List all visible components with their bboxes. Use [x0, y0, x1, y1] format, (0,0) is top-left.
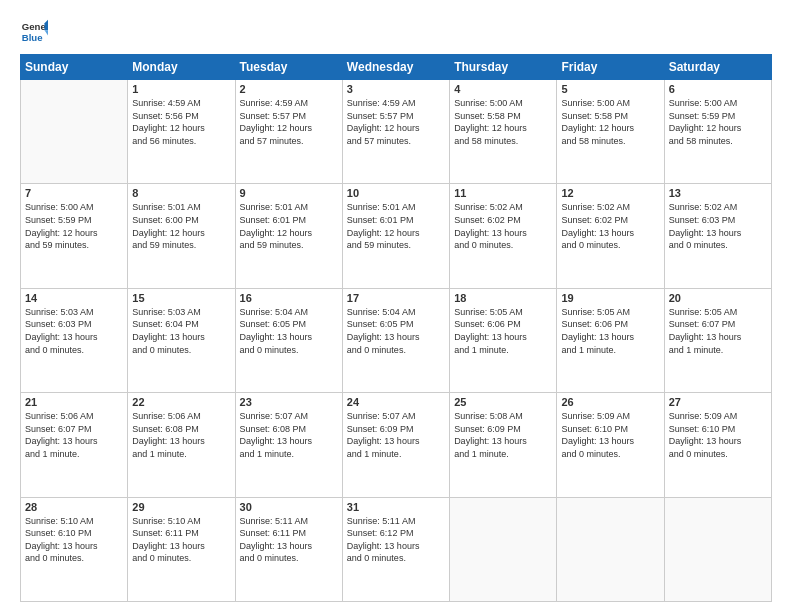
- day-info: Sunrise: 5:01 AM Sunset: 6:01 PM Dayligh…: [240, 201, 338, 251]
- day-info: Sunrise: 5:03 AM Sunset: 6:03 PM Dayligh…: [25, 306, 123, 356]
- calendar-week-1: 1Sunrise: 4:59 AM Sunset: 5:56 PM Daylig…: [21, 80, 772, 184]
- day-info: Sunrise: 5:06 AM Sunset: 6:07 PM Dayligh…: [25, 410, 123, 460]
- day-number: 13: [669, 187, 767, 199]
- calendar-cell: 6Sunrise: 5:00 AM Sunset: 5:59 PM Daylig…: [664, 80, 771, 184]
- calendar-cell: 19Sunrise: 5:05 AM Sunset: 6:06 PM Dayli…: [557, 288, 664, 392]
- day-info: Sunrise: 5:05 AM Sunset: 6:07 PM Dayligh…: [669, 306, 767, 356]
- day-info: Sunrise: 5:03 AM Sunset: 6:04 PM Dayligh…: [132, 306, 230, 356]
- day-number: 25: [454, 396, 552, 408]
- calendar-page: General Blue SundayMondayTuesdayWednesda…: [0, 0, 792, 612]
- calendar-cell: 3Sunrise: 4:59 AM Sunset: 5:57 PM Daylig…: [342, 80, 449, 184]
- day-number: 2: [240, 83, 338, 95]
- day-info: Sunrise: 5:06 AM Sunset: 6:08 PM Dayligh…: [132, 410, 230, 460]
- logo: General Blue: [20, 18, 52, 46]
- calendar-cell: 18Sunrise: 5:05 AM Sunset: 6:06 PM Dayli…: [450, 288, 557, 392]
- day-info: Sunrise: 5:01 AM Sunset: 6:00 PM Dayligh…: [132, 201, 230, 251]
- logo-icon: General Blue: [20, 18, 48, 46]
- calendar-cell: 10Sunrise: 5:01 AM Sunset: 6:01 PM Dayli…: [342, 184, 449, 288]
- calendar-cell: 5Sunrise: 5:00 AM Sunset: 5:58 PM Daylig…: [557, 80, 664, 184]
- svg-marker-3: [45, 30, 49, 35]
- calendar-cell: 12Sunrise: 5:02 AM Sunset: 6:02 PM Dayli…: [557, 184, 664, 288]
- day-info: Sunrise: 4:59 AM Sunset: 5:56 PM Dayligh…: [132, 97, 230, 147]
- weekday-header-wednesday: Wednesday: [342, 55, 449, 80]
- day-number: 14: [25, 292, 123, 304]
- day-number: 27: [669, 396, 767, 408]
- day-number: 12: [561, 187, 659, 199]
- calendar-cell: 24Sunrise: 5:07 AM Sunset: 6:09 PM Dayli…: [342, 393, 449, 497]
- weekday-header-tuesday: Tuesday: [235, 55, 342, 80]
- calendar-cell: 15Sunrise: 5:03 AM Sunset: 6:04 PM Dayli…: [128, 288, 235, 392]
- day-info: Sunrise: 5:11 AM Sunset: 6:11 PM Dayligh…: [240, 515, 338, 565]
- day-number: 20: [669, 292, 767, 304]
- day-number: 28: [25, 501, 123, 513]
- day-info: Sunrise: 5:04 AM Sunset: 6:05 PM Dayligh…: [347, 306, 445, 356]
- calendar-cell: 26Sunrise: 5:09 AM Sunset: 6:10 PM Dayli…: [557, 393, 664, 497]
- calendar-cell: [557, 497, 664, 601]
- day-info: Sunrise: 5:00 AM Sunset: 5:58 PM Dayligh…: [454, 97, 552, 147]
- calendar-cell: 11Sunrise: 5:02 AM Sunset: 6:02 PM Dayli…: [450, 184, 557, 288]
- day-number: 31: [347, 501, 445, 513]
- day-info: Sunrise: 5:00 AM Sunset: 5:58 PM Dayligh…: [561, 97, 659, 147]
- calendar-cell: 22Sunrise: 5:06 AM Sunset: 6:08 PM Dayli…: [128, 393, 235, 497]
- calendar-cell: [664, 497, 771, 601]
- calendar-cell: 17Sunrise: 5:04 AM Sunset: 6:05 PM Dayli…: [342, 288, 449, 392]
- day-number: 10: [347, 187, 445, 199]
- day-info: Sunrise: 5:01 AM Sunset: 6:01 PM Dayligh…: [347, 201, 445, 251]
- calendar-cell: 23Sunrise: 5:07 AM Sunset: 6:08 PM Dayli…: [235, 393, 342, 497]
- day-number: 24: [347, 396, 445, 408]
- svg-text:Blue: Blue: [22, 32, 43, 43]
- day-info: Sunrise: 5:00 AM Sunset: 5:59 PM Dayligh…: [669, 97, 767, 147]
- day-info: Sunrise: 5:11 AM Sunset: 6:12 PM Dayligh…: [347, 515, 445, 565]
- day-number: 8: [132, 187, 230, 199]
- calendar-cell: 31Sunrise: 5:11 AM Sunset: 6:12 PM Dayli…: [342, 497, 449, 601]
- day-info: Sunrise: 5:07 AM Sunset: 6:08 PM Dayligh…: [240, 410, 338, 460]
- day-number: 16: [240, 292, 338, 304]
- day-info: Sunrise: 5:05 AM Sunset: 6:06 PM Dayligh…: [561, 306, 659, 356]
- day-number: 22: [132, 396, 230, 408]
- day-number: 21: [25, 396, 123, 408]
- day-info: Sunrise: 5:07 AM Sunset: 6:09 PM Dayligh…: [347, 410, 445, 460]
- calendar-week-5: 28Sunrise: 5:10 AM Sunset: 6:10 PM Dayli…: [21, 497, 772, 601]
- day-info: Sunrise: 4:59 AM Sunset: 5:57 PM Dayligh…: [347, 97, 445, 147]
- calendar-cell: 14Sunrise: 5:03 AM Sunset: 6:03 PM Dayli…: [21, 288, 128, 392]
- calendar-table: SundayMondayTuesdayWednesdayThursdayFrid…: [20, 54, 772, 602]
- weekday-header-friday: Friday: [557, 55, 664, 80]
- calendar-week-2: 7Sunrise: 5:00 AM Sunset: 5:59 PM Daylig…: [21, 184, 772, 288]
- day-number: 9: [240, 187, 338, 199]
- calendar-cell: 1Sunrise: 4:59 AM Sunset: 5:56 PM Daylig…: [128, 80, 235, 184]
- day-number: 18: [454, 292, 552, 304]
- calendar-cell: [21, 80, 128, 184]
- calendar-cell: 21Sunrise: 5:06 AM Sunset: 6:07 PM Dayli…: [21, 393, 128, 497]
- day-info: Sunrise: 5:08 AM Sunset: 6:09 PM Dayligh…: [454, 410, 552, 460]
- day-info: Sunrise: 5:10 AM Sunset: 6:11 PM Dayligh…: [132, 515, 230, 565]
- day-number: 29: [132, 501, 230, 513]
- calendar-cell: 29Sunrise: 5:10 AM Sunset: 6:11 PM Dayli…: [128, 497, 235, 601]
- calendar-cell: 8Sunrise: 5:01 AM Sunset: 6:00 PM Daylig…: [128, 184, 235, 288]
- day-info: Sunrise: 5:10 AM Sunset: 6:10 PM Dayligh…: [25, 515, 123, 565]
- day-info: Sunrise: 4:59 AM Sunset: 5:57 PM Dayligh…: [240, 97, 338, 147]
- calendar-cell: 28Sunrise: 5:10 AM Sunset: 6:10 PM Dayli…: [21, 497, 128, 601]
- day-info: Sunrise: 5:05 AM Sunset: 6:06 PM Dayligh…: [454, 306, 552, 356]
- day-info: Sunrise: 5:02 AM Sunset: 6:02 PM Dayligh…: [561, 201, 659, 251]
- weekday-header-sunday: Sunday: [21, 55, 128, 80]
- calendar-cell: [450, 497, 557, 601]
- day-number: 23: [240, 396, 338, 408]
- calendar-cell: 2Sunrise: 4:59 AM Sunset: 5:57 PM Daylig…: [235, 80, 342, 184]
- day-number: 17: [347, 292, 445, 304]
- calendar-cell: 27Sunrise: 5:09 AM Sunset: 6:10 PM Dayli…: [664, 393, 771, 497]
- day-info: Sunrise: 5:04 AM Sunset: 6:05 PM Dayligh…: [240, 306, 338, 356]
- weekday-header-thursday: Thursday: [450, 55, 557, 80]
- day-number: 30: [240, 501, 338, 513]
- day-info: Sunrise: 5:02 AM Sunset: 6:03 PM Dayligh…: [669, 201, 767, 251]
- day-number: 7: [25, 187, 123, 199]
- calendar-week-3: 14Sunrise: 5:03 AM Sunset: 6:03 PM Dayli…: [21, 288, 772, 392]
- calendar-week-4: 21Sunrise: 5:06 AM Sunset: 6:07 PM Dayli…: [21, 393, 772, 497]
- day-number: 4: [454, 83, 552, 95]
- day-info: Sunrise: 5:09 AM Sunset: 6:10 PM Dayligh…: [669, 410, 767, 460]
- day-info: Sunrise: 5:09 AM Sunset: 6:10 PM Dayligh…: [561, 410, 659, 460]
- calendar-cell: 9Sunrise: 5:01 AM Sunset: 6:01 PM Daylig…: [235, 184, 342, 288]
- day-number: 5: [561, 83, 659, 95]
- calendar-cell: 7Sunrise: 5:00 AM Sunset: 5:59 PM Daylig…: [21, 184, 128, 288]
- day-number: 15: [132, 292, 230, 304]
- day-number: 1: [132, 83, 230, 95]
